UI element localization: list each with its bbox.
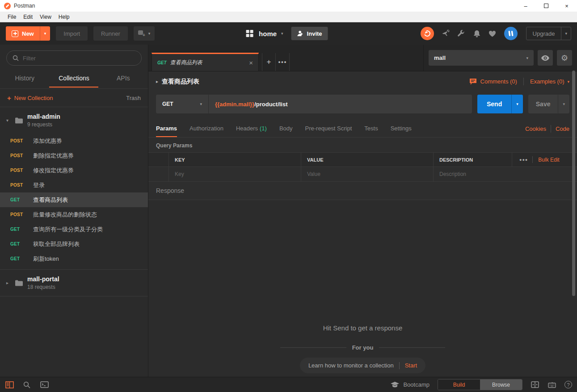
tab-collections[interactable]: Collections	[49, 71, 98, 88]
save-button[interactable]: Save ▾	[528, 95, 569, 113]
param-key-input[interactable]	[175, 171, 295, 177]
tab-options-button[interactable]: ●●●	[276, 53, 290, 71]
request-row[interactable]: POST 删除指定优惠券	[0, 148, 148, 163]
new-tab-button[interactable]: +	[262, 53, 276, 71]
environment-quick-look-button[interactable]	[538, 50, 553, 66]
help-button[interactable]: ?	[564, 381, 572, 388]
new-collection-button[interactable]: + New Collection	[7, 94, 53, 102]
user-avatar[interactable]	[504, 27, 518, 40]
send-button[interactable]: Send ▾	[477, 95, 523, 113]
tab-authorization[interactable]: Authorization	[190, 120, 223, 137]
interceptor-button[interactable]	[457, 29, 465, 38]
new-window-button[interactable]: ▾	[134, 26, 155, 41]
request-title-toggle[interactable]: ▸ 查看商品列表	[156, 78, 199, 86]
environment-area: mall ▾ ⚙	[424, 45, 577, 71]
request-row[interactable]: POST 添加优惠券	[0, 133, 148, 148]
workspace-grid-icon[interactable]	[246, 30, 253, 37]
capture-requests-button[interactable]	[442, 29, 450, 38]
environment-settings-button[interactable]: ⚙	[557, 50, 572, 66]
two-pane-view-button[interactable]	[531, 381, 539, 389]
new-button-caret[interactable]: ▾	[40, 26, 51, 41]
divider-line	[379, 347, 445, 348]
param-description-input[interactable]	[439, 171, 571, 177]
request-row[interactable]: GET 刷新token	[0, 251, 148, 266]
browse-tab[interactable]: Browse	[480, 379, 522, 390]
toggle-sidebar-button[interactable]	[5, 381, 14, 389]
build-tab[interactable]: Build	[438, 379, 480, 390]
search-icon	[13, 55, 19, 61]
tab-close-icon[interactable]: ×	[249, 59, 253, 67]
close-button[interactable]: ×	[556, 0, 577, 12]
caret-right-icon[interactable]: ▸	[6, 280, 11, 285]
runner-button[interactable]: Runner	[93, 26, 128, 41]
tab-body[interactable]: Body	[279, 120, 293, 137]
import-button[interactable]: Import	[56, 26, 88, 41]
examples-button[interactable]: Examples (0) ▾	[530, 78, 569, 85]
monitor-promo-pill[interactable]: Learn how to monitor a collection Start	[300, 358, 425, 373]
filter-input[interactable]	[23, 55, 135, 62]
trash-button[interactable]: Trash	[126, 95, 141, 101]
upgrade-caret[interactable]: ▾	[561, 27, 571, 40]
tab-apis[interactable]: APIs	[99, 71, 148, 88]
request-tab[interactable]: GET 查看商品列表 ×	[152, 53, 259, 71]
method-label: GET	[162, 101, 200, 107]
url-input[interactable]: {{admin.mall}} /product/list	[209, 95, 472, 113]
request-row-selected[interactable]: GET 查看商品列表	[0, 192, 148, 207]
request-row[interactable]: GET 获取全部品牌列表	[0, 237, 148, 251]
collection-count: 18 requests	[27, 284, 59, 290]
cookies-link[interactable]: Cookies	[525, 125, 546, 132]
tab-params[interactable]: Params	[156, 120, 177, 137]
shortcuts-button[interactable]	[548, 381, 556, 389]
workspace-name[interactable]: home	[259, 30, 277, 38]
param-value-input[interactable]	[307, 171, 427, 177]
menu-view[interactable]: View	[36, 14, 55, 20]
menu-edit[interactable]: Edit	[20, 14, 36, 20]
tab-settings[interactable]: Settings	[391, 120, 412, 137]
maximize-button[interactable]	[536, 0, 556, 12]
caret-down-icon[interactable]: ▾	[6, 118, 11, 123]
vertical-scrollbar[interactable]	[572, 71, 575, 296]
params-options-button[interactable]: ●●●	[515, 158, 532, 162]
console-button[interactable]	[40, 381, 49, 389]
request-row[interactable]: GET 查询所有一级分类及子分类	[0, 222, 148, 237]
tab-tests[interactable]: Tests	[364, 120, 378, 137]
invite-button[interactable]: Invite	[291, 27, 328, 40]
save-options-caret[interactable]: ▾	[558, 95, 569, 113]
notifications-button[interactable]	[473, 29, 481, 38]
minimize-button[interactable]: –	[515, 0, 536, 12]
request-row[interactable]: POST 修改指定优惠券	[0, 163, 148, 178]
tab-headers[interactable]: Headers(1)	[236, 120, 267, 137]
find-button[interactable]	[22, 381, 31, 389]
response-empty-message: Hit Send to get a response	[323, 324, 403, 332]
bootcamp-button[interactable]: Bootcamp	[391, 381, 430, 388]
sidebar-toggle-icon	[5, 381, 14, 388]
new-button[interactable]: New ▾	[6, 26, 50, 41]
favorites-button[interactable]	[489, 29, 497, 38]
comments-button[interactable]: Comments (0)	[469, 78, 517, 85]
collection-mall-admin[interactable]: ▾ mall-admin 9 requests	[0, 107, 148, 133]
method-selector[interactable]: GET ▾	[156, 95, 209, 113]
row-handle[interactable]	[148, 167, 169, 181]
bulk-edit-button[interactable]: Bulk Edit	[533, 157, 564, 163]
params-table-row	[148, 167, 577, 182]
request-row[interactable]: POST 批量修改商品的删除状态	[0, 207, 148, 222]
menu-help[interactable]: Help	[55, 14, 73, 20]
workspace-caret-icon[interactable]: ▾	[281, 31, 283, 36]
filter-box[interactable]	[6, 50, 142, 66]
sync-button[interactable]	[421, 27, 434, 40]
promo-start-button[interactable]: Start	[405, 362, 417, 369]
collection-mall-portal[interactable]: ▸ mall-portal 18 requests	[0, 269, 148, 296]
code-link[interactable]: Code	[556, 125, 569, 132]
menu-file[interactable]: File	[4, 14, 20, 20]
response-section-label: Response	[148, 182, 577, 200]
sidebar-tabs: History Collections APIs	[0, 71, 148, 88]
environment-selector[interactable]: mall ▾	[429, 50, 534, 66]
request-row[interactable]: POST 登录	[0, 178, 148, 192]
workspace-switcher: home ▾ Invite	[246, 22, 328, 45]
tab-history[interactable]: History	[0, 71, 49, 88]
chevron-down-icon: ▾	[148, 31, 151, 36]
examples-label: Examples (0)	[530, 78, 564, 85]
tab-pre-request-script[interactable]: Pre-request Script	[305, 120, 352, 137]
send-options-caret[interactable]: ▾	[511, 95, 523, 113]
upgrade-button[interactable]: Upgrade ▾	[526, 27, 571, 40]
